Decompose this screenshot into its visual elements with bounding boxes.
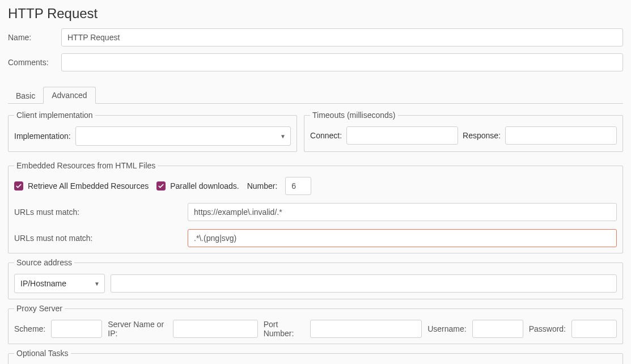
proxy-scheme-input[interactable]: [51, 320, 102, 338]
chevron-down-icon: ▼: [280, 133, 286, 139]
connect-input[interactable]: [346, 126, 458, 145]
proxy-user-label: Username:: [427, 324, 466, 333]
proxy-port-label: Port Number:: [264, 320, 305, 338]
embedded-resources-group: Embedded Resources from HTML Files Retri…: [8, 161, 623, 253]
proxy-server-legend: Proxy Server: [14, 304, 65, 313]
tab-basic[interactable]: Basic: [8, 88, 43, 104]
proxy-server-group: Proxy Server Scheme: Server Name or IP: …: [8, 304, 623, 344]
proxy-pass-input[interactable]: [571, 320, 617, 338]
response-input[interactable]: [505, 126, 617, 145]
source-address-legend: Source address: [14, 258, 74, 267]
checkbox-icon: [156, 181, 166, 191]
page-title: HTTP Request: [8, 6, 623, 22]
proxy-pass-label: Password:: [529, 324, 566, 333]
optional-tasks-group: Optional Tasks Save response as MD5 hash…: [8, 349, 623, 364]
urls-not-match-label: URLs must not match:: [14, 234, 182, 243]
tabs: Basic Advanced: [8, 86, 623, 104]
implementation-select[interactable]: ▼: [75, 126, 291, 146]
name-label: Name:: [8, 33, 61, 42]
number-input[interactable]: [285, 177, 311, 195]
urls-not-match-input[interactable]: [188, 229, 617, 247]
timeouts-group: Timeouts (milliseconds) Connect: Respons…: [304, 111, 623, 152]
proxy-port-input[interactable]: [310, 320, 422, 338]
retrieve-all-label: Retrieve All Embedded Resources: [28, 181, 149, 191]
chevron-down-icon: ▼: [94, 281, 100, 287]
client-implementation-legend: Client implementation: [14, 111, 95, 120]
implementation-label: Implementation:: [14, 132, 71, 141]
source-address-group: Source address IP/Hostname ▼: [8, 258, 623, 299]
proxy-server-label: Server Name or IP:: [108, 320, 167, 338]
name-input[interactable]: [61, 28, 623, 46]
urls-match-label: URLs must match:: [14, 208, 182, 217]
source-type-value: IP/Hostname: [20, 279, 66, 288]
timeouts-legend: Timeouts (milliseconds): [310, 111, 398, 120]
urls-match-input[interactable]: [188, 203, 617, 221]
source-type-select[interactable]: IP/Hostname ▼: [14, 274, 105, 293]
response-label: Response:: [463, 131, 501, 140]
proxy-server-input[interactable]: [173, 320, 258, 338]
source-address-input[interactable]: [111, 274, 617, 293]
connect-label: Connect:: [310, 131, 342, 140]
client-implementation-group: Client implementation Implementation: ▼: [8, 111, 297, 152]
parallel-downloads-label: Parallel downloads.: [170, 181, 239, 191]
optional-tasks-legend: Optional Tasks: [14, 349, 71, 358]
proxy-scheme-label: Scheme:: [14, 324, 45, 333]
comments-input[interactable]: [61, 53, 623, 71]
proxy-user-input[interactable]: [472, 320, 523, 338]
number-label: Number:: [247, 181, 278, 191]
comments-label: Comments:: [8, 58, 61, 67]
retrieve-all-checkbox[interactable]: Retrieve All Embedded Resources: [14, 181, 149, 191]
tab-advanced[interactable]: Advanced: [43, 87, 95, 104]
checkbox-icon: [14, 181, 23, 191]
parallel-downloads-checkbox[interactable]: Parallel downloads.: [156, 181, 239, 191]
embedded-resources-legend: Embedded Resources from HTML Files: [14, 161, 158, 170]
